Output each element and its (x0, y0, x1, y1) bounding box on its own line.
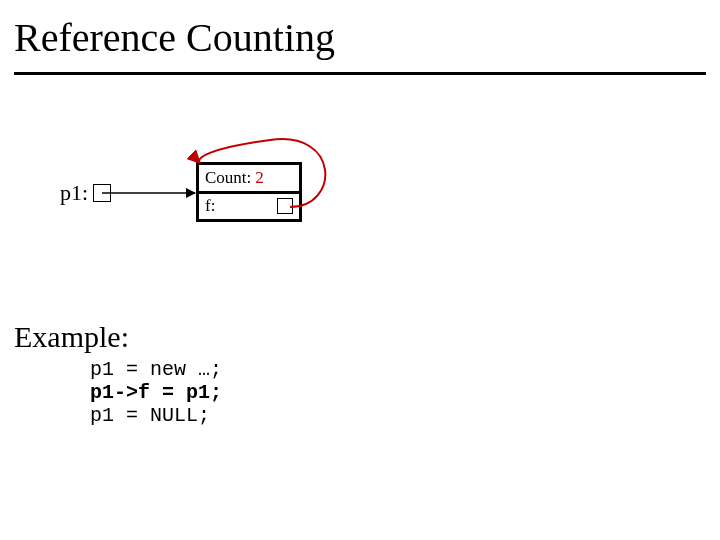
object-f-row: f: (199, 194, 299, 220)
f-label: f: (199, 196, 215, 216)
example-heading: Example: (14, 320, 129, 354)
page-title: Reference Counting (14, 14, 335, 61)
code-block: p1 = new …; p1->f = p1; p1 = NULL; (90, 358, 222, 427)
p1-label: p1: (60, 180, 88, 206)
slide: Reference Counting p1: Count: 2 f: Examp… (0, 0, 720, 540)
horizontal-rule (14, 72, 706, 75)
p1-pointer-box (93, 184, 111, 202)
code-line-1: p1 = new …; (90, 358, 222, 381)
count-label: Count: (199, 168, 251, 188)
code-line-2: p1->f = p1; (90, 381, 222, 404)
code-line-3: p1 = NULL; (90, 404, 210, 427)
object-box: Count: 2 f: (196, 162, 302, 222)
count-value: 2 (251, 168, 264, 188)
f-pointer-box (277, 198, 293, 214)
arrows-overlay (0, 0, 720, 540)
object-count-row: Count: 2 (199, 165, 299, 194)
